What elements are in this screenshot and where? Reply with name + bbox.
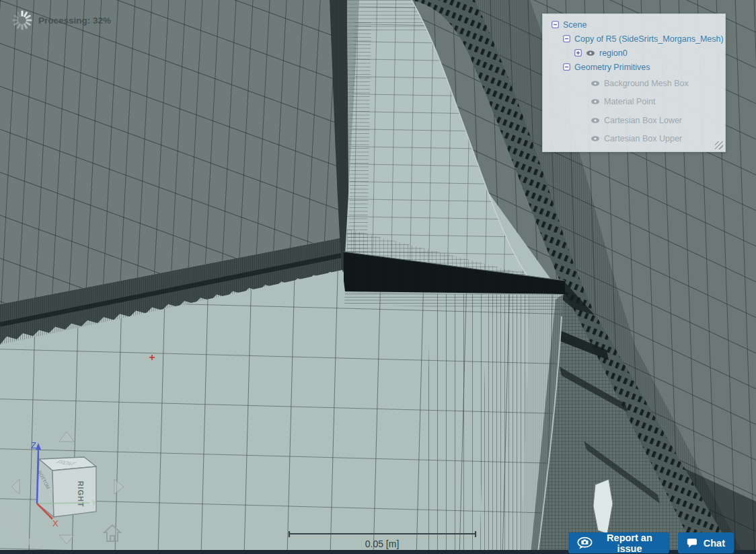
spinner-icon (11, 9, 33, 31)
report-issue-label: Report an issue (599, 532, 660, 554)
panel-resize-handle[interactable] (715, 141, 723, 149)
scene-tree-panel: Scene Copy of R5 (SideSrirts_Morgans_Mes… (542, 13, 726, 152)
tree-item-label[interactable]: Background Mesh Box (604, 79, 689, 88)
rotate-down-arrow[interactable] (59, 535, 74, 544)
processing-indicator: Processing: 32% (11, 9, 111, 31)
expand-icon[interactable] (574, 49, 582, 57)
tree-item-scene[interactable]: Scene (543, 18, 725, 32)
tree-item-material-point[interactable]: Material Point (543, 93, 725, 112)
tree-item-geometry-primitives[interactable]: Geometry Primitives (543, 60, 725, 74)
tree-item-copy-of-r5[interactable]: Copy of R5 (SideSrirts_Morgans_Mesh) (543, 32, 725, 46)
tree-item-region0[interactable]: region0 (543, 46, 725, 60)
roll-rotate-arrow[interactable] (5, 504, 44, 549)
visibility-eye-icon[interactable] (591, 117, 600, 124)
visibility-eye-icon[interactable] (586, 50, 595, 57)
scale-bar: 0.05 [m] (286, 527, 481, 551)
axis-z-label: Z (31, 440, 36, 450)
scale-bar-label: 0.05 [m] (365, 539, 400, 549)
tree-item-label[interactable]: Geometry Primitives (574, 63, 650, 72)
rotate-right-arrow[interactable] (114, 479, 124, 494)
tree-item-cartesian-box-upper[interactable]: Cartesian Box Upper (543, 130, 725, 149)
chat-label: Chat (704, 538, 725, 549)
axis-x-label: X (52, 518, 59, 528)
collapse-icon[interactable] (552, 21, 559, 28)
application-window: Processing: 32% Scene Copy of R5 (SideSr… (0, 0, 756, 554)
visibility-eye-icon[interactable] (591, 135, 600, 142)
visibility-eye-icon[interactable] (591, 98, 600, 105)
tree-item-background-mesh-box[interactable]: Background Mesh Box (543, 74, 725, 93)
collapse-icon[interactable] (563, 35, 570, 42)
tree-item-cartesian-box-lower[interactable]: Cartesian Box Lower (543, 111, 725, 130)
axis-y-label: Y (91, 499, 97, 507)
processing-label: Processing: 32% (38, 15, 111, 26)
tree-item-label[interactable]: Copy of R5 (SideSrirts_Morgans_Mesh) (574, 34, 724, 44)
tree-item-label[interactable]: Material Point (604, 97, 655, 106)
visibility-eye-icon[interactable] (591, 80, 600, 87)
tree-item-label[interactable]: Scene (563, 20, 587, 30)
tree-item-label[interactable]: Cartesian Box Upper (604, 134, 682, 143)
tree-item-label[interactable]: Cartesian Box Lower (604, 116, 682, 125)
chat-button[interactable]: Chat (678, 532, 734, 553)
camera-bubble-icon (577, 536, 593, 550)
report-issue-button[interactable]: Report an issue (568, 532, 669, 553)
chat-bubble-icon (687, 537, 697, 549)
navigation-cube-widget[interactable]: RIGHT BOTTOM FRONT Y Z X (0, 424, 135, 554)
tree-item-label[interactable]: region0 (599, 48, 628, 58)
collapse-icon[interactable] (563, 63, 570, 71)
rotate-up-arrow[interactable] (59, 431, 74, 442)
home-view-icon[interactable] (104, 525, 120, 541)
rotate-left-arrow[interactable] (11, 479, 20, 494)
